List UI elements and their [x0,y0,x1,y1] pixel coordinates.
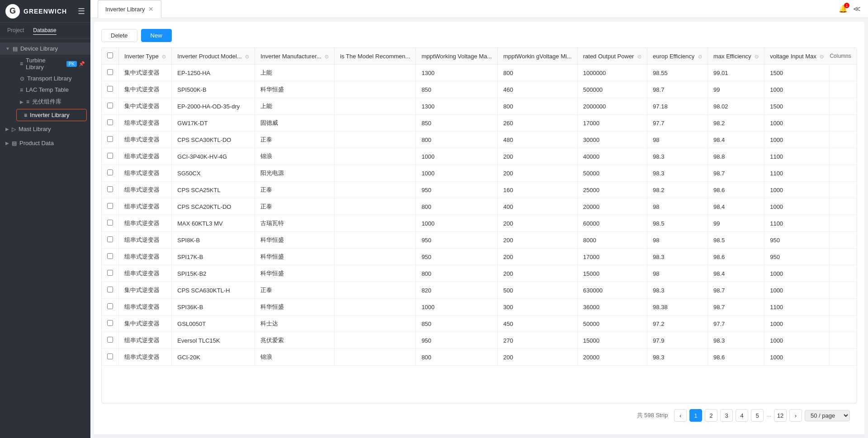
cell-inverterManufacturer: 正泰 [255,198,335,215]
row-checkbox[interactable] [107,186,113,192]
tab-label: Inverter Library [105,6,145,13]
header-inverter-product-model: Inverter Product Model... ⊙ [172,48,255,65]
total-records: 共 598 Strip [637,411,668,419]
cell-ratedOutputPower: 500000 [577,81,647,98]
row-checkbox[interactable] [107,337,113,343]
row-checkbox[interactable] [107,220,113,226]
select-all-checkbox[interactable] [107,52,113,58]
cell-inverterProductModel: CPS SCA630KTL-H [172,282,255,299]
tab-inverter-library[interactable]: Inverter Library ✕ [98,0,161,18]
row-checkbox[interactable] [107,320,113,326]
sidebar-item-inverter-library[interactable]: ≡ Inverter Library [16,109,87,121]
sidebar-item-product-data[interactable]: ▶ ▤ Product Data [0,137,90,149]
notification-badge: 1 [844,3,849,8]
cell-europEfficiency: 97.18 [647,98,708,115]
cell-inverterType: 组串式逆变器 [119,299,172,316]
tab-close-button[interactable]: ✕ [148,6,154,12]
row-checkbox[interactable] [107,103,113,108]
cell-europEfficiency: 98.5 [647,215,708,232]
cell-inverterType: 组串式逆变器 [119,215,172,232]
product-data-label: Product Data [19,140,85,146]
nav-project[interactable]: Project [7,26,24,35]
sidebar-item-turbine-library[interactable]: ≡ Turbine Library PK 📌 [13,55,90,73]
cell-maxEfficiency: 98.02 [708,98,764,115]
inverter-library-icon: ≡ [24,112,27,118]
row-checkbox[interactable] [107,287,113,292]
cell-inverterType: 组串式逆变器 [119,115,172,132]
row-checkbox[interactable] [107,136,113,142]
cell-europEfficiency: 98 [647,265,708,282]
cell-maxEfficiency: 98.8 [708,148,764,165]
filter-voltage-input[interactable]: ⊙ [820,54,824,59]
cell-europEfficiency: 98.38 [647,299,708,316]
notification-icon[interactable]: 🔔 1 [839,5,848,13]
mast-library-icon: ▷ [12,126,16,132]
new-button[interactable]: New [141,29,172,42]
prev-page-button[interactable]: ‹ [674,409,687,422]
cell-mpptWorkingVoltageMin: 200 [498,249,578,265]
row-checkbox[interactable] [107,69,113,75]
cell-inverterManufacturer: 正泰 [255,132,335,148]
cell-maxEfficiency: 99 [708,81,764,98]
logo: G [5,4,20,19]
row-checkbox[interactable] [107,353,113,359]
pv-expand-icon: ▶ [20,99,24,104]
page-button-2[interactable]: 2 [705,409,717,422]
cell-maxEfficiency: 98.7 [708,299,764,316]
collapse-icon[interactable]: ≪ [853,5,861,13]
table-row: 集中式逆变器EP-1250-HA上能1300800100000098.5599.… [102,65,857,81]
cell-inverterManufacturer: 上能 [255,98,335,115]
row-checkbox[interactable] [107,270,113,276]
page-size-selector[interactable]: 50 / page 20 / page 100 / page [805,410,850,421]
header-europ-efficiency: europ Efficiency ⊙ [647,48,708,65]
cell-isModelRecommended [335,316,416,332]
row-checkbox[interactable] [107,119,113,125]
table-row: 组串式逆变器GCI-3P40K-HV-4G锦浪10002004000098.39… [102,148,857,165]
row-checkbox[interactable] [107,86,113,92]
row-checkbox[interactable] [107,236,113,242]
filter-manufacturer[interactable]: ⊙ [325,54,329,59]
row-checkbox[interactable] [107,253,113,259]
page-button-12[interactable]: 12 [774,409,787,422]
cell-isModelRecommended [335,232,416,249]
delete-button[interactable]: Delete [101,29,137,42]
sidebar-item-mast-library[interactable]: ▶ ▷ Mast Library [0,123,90,135]
page-button-5[interactable]: 5 [751,409,764,422]
cell-isModelRecommended [335,282,416,299]
table-row: 组串式逆变器SPI8K-B科华恒盛95020080009898.5950 [102,232,857,249]
filter-rated-output[interactable]: ⊙ [637,54,642,59]
row-checkbox[interactable] [107,170,113,175]
table-row: 组串式逆变器SG50CX阳光电源10002005000098.398.71100 [102,165,857,182]
hamburger-icon[interactable]: ☰ [78,6,85,16]
tab-bar: Inverter Library ✕ 🔔 1 ≪ [90,0,868,18]
cell-ratedOutputPower: 60000 [577,215,647,232]
row-checkbox[interactable] [107,203,113,209]
table-row: 组串式逆变器Eversol TLC15K兆伏爱索9502701500097.99… [102,332,857,349]
filter-product-model[interactable]: ⊙ [245,54,249,59]
row-checkbox[interactable] [107,153,113,159]
cell-mpptWorkingVoltageMax: 1000 [416,165,498,182]
cell-ratedOutputPower: 8000 [577,232,647,249]
row-checkbox[interactable] [107,303,113,309]
filter-max-efficiency[interactable]: ⊙ [755,54,759,59]
page-button-3[interactable]: 3 [720,409,733,422]
nav-database[interactable]: Database [33,26,56,35]
cell-ratedOutputPower: 40000 [577,148,647,165]
sidebar-item-transport-library[interactable]: ⊙ Transport Library [13,73,90,84]
page-button-4[interactable]: 4 [736,409,748,422]
cell-inverterProductModel: SPI17K-B [172,249,255,265]
cell-ratedOutputPower: 20000 [577,198,647,215]
filter-europ-efficiency[interactable]: ⊙ [698,54,702,59]
filter-inverter-type[interactable]: ⊙ [162,54,166,59]
cell-europEfficiency: 97.9 [647,332,708,349]
cell-isModelRecommended [335,148,416,165]
columns-toggle-button[interactable]: Columns [824,48,857,65]
next-page-button[interactable]: › [789,409,802,422]
sidebar-item-lac-temp-table[interactable]: ≡ LAC Temp Table [13,84,90,95]
sidebar-item-pv-components[interactable]: ▶ ≡ 光伏组件库 [13,95,90,108]
cell-ratedOutputPower: 15000 [577,265,647,282]
cell-inverterProductModel: GCI-3P40K-HV-4G [172,148,255,165]
sidebar-item-device-library[interactable]: ▼ ▤ Device Library [0,42,90,55]
page-button-1[interactable]: 1 [689,409,702,422]
cell-europEfficiency: 97.2 [647,316,708,332]
